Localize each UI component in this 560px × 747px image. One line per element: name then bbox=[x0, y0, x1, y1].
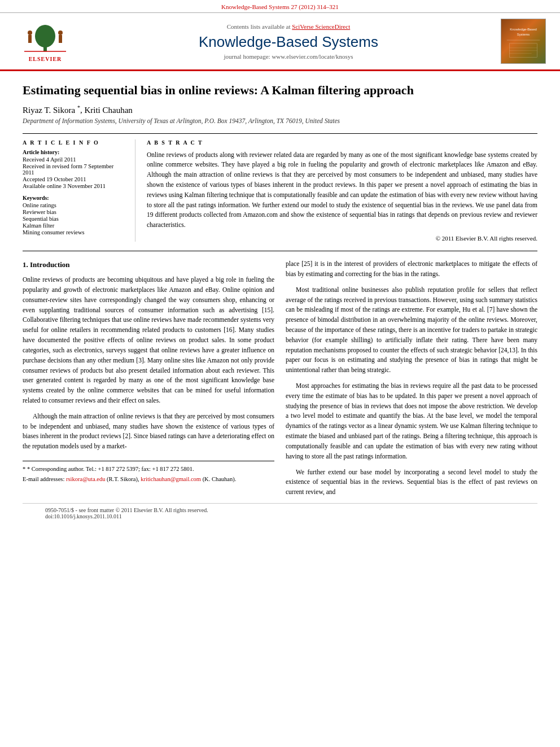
body-col-left: 1. Introduction Online reviews of produc… bbox=[23, 259, 274, 503]
intro-para-4: Most traditional online businesses also … bbox=[286, 285, 537, 375]
affiliation: Department of Information Systems, Unive… bbox=[23, 117, 537, 124]
svg-text:Knowledge-Based: Knowledge-Based bbox=[510, 28, 536, 31]
sciverse-line: Contents lists available at SciVerse Sci… bbox=[79, 23, 498, 30]
keyword-3: Sequential bias bbox=[23, 216, 124, 222]
footnote-email-line: E-mail addresses: rsikora@uta.edu (R.T. … bbox=[23, 475, 274, 484]
elsevier-logo-area: ELSEVIER bbox=[11, 20, 79, 62]
footnote-email1[interactable]: rsikora@uta.edu bbox=[66, 476, 105, 482]
journal-top-bar: Knowledge-Based Systems 27 (2012) 314–32… bbox=[0, 0, 560, 13]
svg-rect-8 bbox=[501, 19, 545, 63]
journal-header: ELSEVIER Contents lists available at Sci… bbox=[0, 13, 560, 71]
journal-homepage: journal homepage: www.elsevier.com/locat… bbox=[79, 53, 498, 60]
authors-text: Riyaz T. Sikora *, Kriti Chauhan bbox=[23, 106, 133, 115]
footnote-asterisk: * bbox=[23, 466, 27, 472]
bottom-bar: 0950-7051/$ - see front matter © 2011 El… bbox=[23, 503, 537, 523]
abstract-text: Online reviews of products along with re… bbox=[147, 150, 537, 231]
article-title: Estimating sequential bias in online rev… bbox=[23, 82, 537, 99]
keyword-1: Online ratings bbox=[23, 202, 124, 208]
svg-rect-6 bbox=[59, 35, 62, 43]
keyword-4: Kalman filter bbox=[23, 222, 124, 229]
received-date: Received 4 April 2011 bbox=[23, 156, 124, 163]
svg-point-2 bbox=[35, 25, 55, 47]
authors-line: Riyaz T. Sikora *, Kriti Chauhan bbox=[23, 104, 537, 115]
journal-title: Knowledge-Based Systems bbox=[79, 33, 498, 51]
section1-heading: 1. Introduction bbox=[23, 259, 274, 270]
bottom-line-2: doi:10.1016/j.knosys.2011.10.011 bbox=[45, 513, 515, 519]
intro-para-2: Although the main attraction of online r… bbox=[23, 412, 274, 452]
footnote-email1-name: (R.T. Sikora), bbox=[107, 476, 141, 482]
abstract-heading: A B S T R A C T bbox=[147, 139, 537, 146]
keywords-section: Keywords: Online ratings Reviewer bias S… bbox=[23, 195, 124, 235]
journal-thumb-area: Knowledge-Based Systems bbox=[498, 19, 549, 64]
elsevier-label: ELSEVIER bbox=[29, 56, 62, 62]
bottom-line-1: 0950-7051/$ - see front matter © 2011 El… bbox=[45, 507, 515, 513]
footnote-email2[interactable]: kritichauhan@gmail.com bbox=[141, 476, 201, 482]
article-container: Estimating sequential bias in online rev… bbox=[0, 71, 560, 534]
svg-rect-4 bbox=[28, 35, 32, 43]
intro-para-6: We further extend our base model by inco… bbox=[286, 468, 537, 497]
body-col-right: place [25] it is in the interest of prov… bbox=[286, 259, 537, 503]
footnote-area: * * Corresponding author. Tel.: +1 817 2… bbox=[23, 461, 274, 484]
body-columns: 1. Introduction Online reviews of produc… bbox=[23, 259, 537, 503]
revised-date: Received in revised form 7 September 201… bbox=[23, 163, 124, 176]
journal-cover-thumbnail: Knowledge-Based Systems bbox=[501, 19, 546, 64]
keyword-2: Reviewer bias bbox=[23, 209, 124, 215]
available-date: Available online 3 November 2011 bbox=[23, 183, 124, 189]
elsevier-logo-icon bbox=[20, 20, 71, 54]
article-info-panel: A R T I C L E I N F O Article history: R… bbox=[23, 139, 135, 242]
abstract-section: A B S T R A C T Online reviews of produc… bbox=[135, 139, 537, 242]
sciverse-link[interactable]: SciVerse ScienceDirect bbox=[292, 23, 350, 30]
accepted-date: Accepted 19 October 2011 bbox=[23, 176, 124, 182]
svg-point-5 bbox=[58, 30, 63, 35]
abstract-copyright: © 2011 Elsevier B.V. All rights reserved… bbox=[147, 235, 537, 242]
article-info-heading: A R T I C L E I N F O bbox=[23, 139, 124, 146]
footnote-email2-name: (K. Chauhan). bbox=[203, 476, 237, 482]
intro-para-5: Most approaches for estimating the bias … bbox=[286, 381, 537, 462]
footnote-corresponding-text: * Corresponding author. Tel.: +1 817 272… bbox=[27, 466, 194, 472]
footnote-email-label: E-mail addresses: bbox=[23, 476, 64, 482]
intro-para-1: Online reviews of products are becoming … bbox=[23, 275, 274, 406]
footnote-corresponding: * * Corresponding author. Tel.: +1 817 2… bbox=[23, 465, 274, 474]
journal-citation: Knowledge-Based Systems 27 (2012) 314–32… bbox=[221, 3, 339, 10]
svg-point-3 bbox=[28, 30, 32, 35]
keyword-5: Mining consumer reviews bbox=[23, 229, 124, 235]
section-divider bbox=[23, 251, 537, 251]
keywords-heading: Keywords: bbox=[23, 195, 124, 201]
journal-header-center: Contents lists available at SciVerse Sci… bbox=[79, 23, 498, 60]
intro-para-3: place [25] it is in the interest of prov… bbox=[286, 259, 537, 279]
history-heading: Article history: bbox=[23, 149, 124, 155]
svg-text:Systems: Systems bbox=[517, 33, 530, 36]
info-abstract-section: A R T I C L E I N F O Article history: R… bbox=[23, 133, 537, 242]
